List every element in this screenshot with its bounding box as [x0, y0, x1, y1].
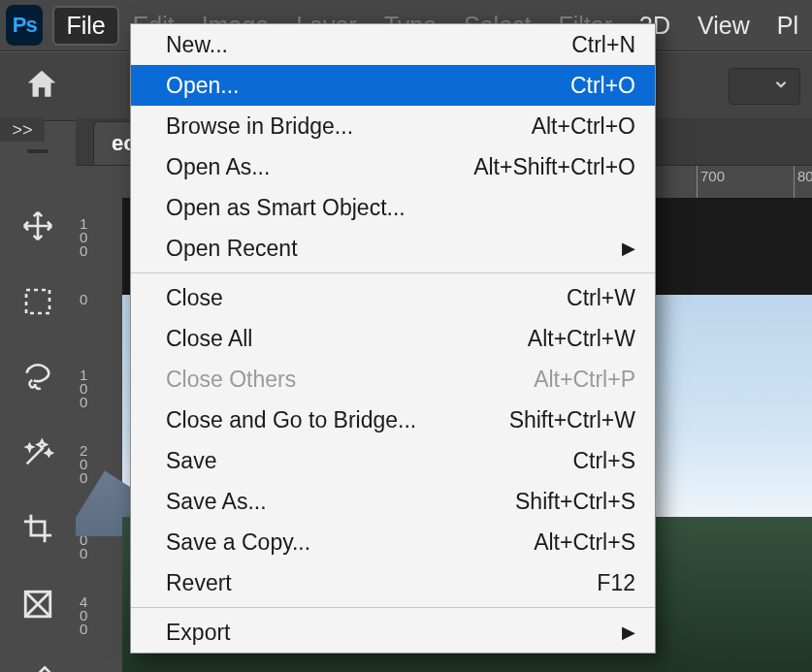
menu-item-label: Browse in Bridge...	[166, 113, 353, 140]
menu-item-label: Open As...	[166, 154, 270, 180]
marquee-tool-icon[interactable]	[17, 281, 58, 322]
file-menu-item[interactable]: Browse in Bridge...Alt+Ctrl+O	[131, 106, 655, 146]
file-menu-item[interactable]: Open Recent▶	[131, 228, 655, 269]
menu-item-label: Save As...	[166, 489, 267, 515]
menu-item-label: Open Recent	[166, 236, 298, 262]
menu-item-label: Close	[166, 285, 223, 311]
menu-item-label: Close and Go to Bridge...	[166, 407, 416, 433]
chevron-down-icon	[772, 76, 790, 97]
ruler-tick-label: 800	[797, 168, 812, 184]
eyedropper-tool-icon[interactable]	[17, 659, 58, 672]
ruler-tick	[794, 166, 795, 199]
submenu-arrow-icon: ▶	[622, 238, 635, 259]
menu-item-label: Save	[166, 448, 216, 474]
ruler-tick-label: 700	[700, 168, 725, 184]
menu-item-label: Export	[166, 620, 230, 646]
menu-item-label: Close All	[166, 326, 252, 352]
menu-item-label: Close Others	[166, 367, 296, 393]
frame-tool-icon[interactable]	[17, 584, 58, 624]
menu-item-shortcut: Ctrl+S	[572, 448, 635, 474]
crop-tool-icon[interactable]	[17, 508, 58, 549]
menu-item-label: New...	[166, 32, 228, 58]
options-dropdown[interactable]	[729, 68, 800, 105]
menu-item-label: Open...	[166, 73, 239, 99]
menu-item-shortcut: Shift+Ctrl+W	[509, 407, 635, 433]
lasso-tool-icon[interactable]	[17, 357, 58, 398]
menu-view[interactable]: View	[684, 6, 763, 46]
menu-item-label: Open as Smart Object...	[166, 195, 406, 221]
menu-separator	[131, 607, 655, 608]
file-menu-item[interactable]: Open...Ctrl+O	[131, 65, 655, 106]
ruler-tick-label: 0	[80, 293, 97, 306]
file-menu-item[interactable]: New...Ctrl+N	[131, 24, 655, 65]
magic-wand-tool-icon[interactable]	[17, 432, 58, 473]
menu-item-shortcut: Ctrl+W	[567, 285, 635, 311]
menu-item-label: Revert	[166, 570, 232, 596]
move-tool-icon[interactable]	[17, 206, 58, 246]
file-menu-item[interactable]: SaveCtrl+S	[131, 440, 655, 481]
menu-item-shortcut: Alt+Shift+Ctrl+O	[473, 154, 635, 180]
file-menu-item[interactable]: Save a Copy...Alt+Ctrl+S	[131, 522, 655, 562]
file-menu-item[interactable]: Save As...Shift+Ctrl+S	[131, 481, 655, 522]
submenu-arrow-icon: ▶	[622, 622, 635, 643]
menu-item-shortcut: Ctrl+O	[570, 73, 635, 99]
file-menu-item[interactable]: Close and Go to Bridge...Shift+Ctrl+W	[131, 400, 655, 440]
app-logo[interactable]: Ps	[6, 5, 43, 46]
file-menu-item[interactable]: Close AllAlt+Ctrl+W	[131, 318, 655, 359]
file-menu-item[interactable]: Export▶	[131, 612, 655, 653]
ruler-tick-label: 400	[80, 595, 97, 636]
file-menu-item[interactable]: Open As...Alt+Shift+Ctrl+O	[131, 146, 655, 187]
file-menu-dropdown: New...Ctrl+NOpen...Ctrl+OBrowse in Bridg…	[130, 23, 656, 654]
menu-item-shortcut: Alt+Ctrl+O	[532, 113, 635, 140]
menu-item-shortcut: Shift+Ctrl+S	[515, 489, 635, 515]
menu-item-shortcut: Alt+Ctrl+P	[534, 367, 635, 393]
file-menu-item[interactable]: Open as Smart Object...	[131, 187, 655, 228]
ruler-tick	[697, 166, 698, 199]
menu-item-shortcut: F12	[597, 570, 635, 596]
panel-collapse-button[interactable]: >>	[0, 118, 45, 142]
menu-plugins[interactable]: Pl	[763, 6, 812, 46]
file-menu-item: Close OthersAlt+Ctrl+P	[131, 359, 655, 400]
menu-separator	[131, 272, 655, 273]
toolbar	[0, 145, 76, 672]
menu-item-shortcut: Ctrl+N	[571, 32, 635, 58]
file-menu-item[interactable]: RevertF12	[131, 562, 655, 603]
ruler-tick-label: 100	[80, 217, 97, 258]
file-menu-item[interactable]: CloseCtrl+W	[131, 277, 655, 318]
home-icon[interactable]	[23, 66, 60, 107]
ruler-tick-label: 100	[80, 368, 97, 409]
menu-item-shortcut: Alt+Ctrl+S	[534, 529, 635, 556]
ruler-tick-label: 200	[80, 444, 97, 485]
menu-item-label: Save a Copy...	[166, 529, 310, 556]
svg-rect-0	[26, 290, 49, 313]
menu-file[interactable]: File	[52, 6, 118, 46]
toolbar-grip[interactable]	[0, 144, 76, 159]
menu-item-shortcut: Alt+Ctrl+W	[528, 326, 635, 352]
ruler-vertical[interactable]: 1000100200300400	[76, 198, 123, 672]
